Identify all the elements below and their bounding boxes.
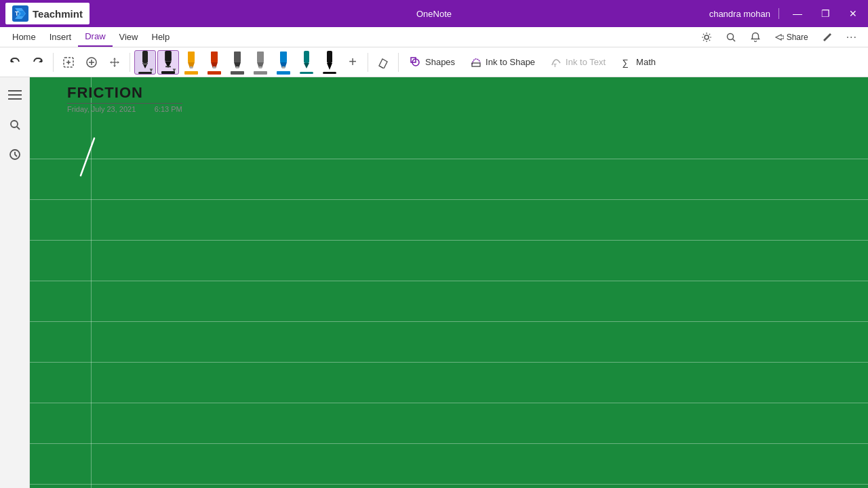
move-button[interactable] — [104, 52, 125, 73]
select-button[interactable] — [58, 52, 79, 73]
line-3 — [30, 240, 868, 241]
sidebar-search-icon-btn[interactable] — [3, 113, 27, 137]
ink-to-text-icon: T — [550, 56, 562, 68]
sep-1 — [53, 53, 54, 72]
pen-dropdown-arrow: ▼ — [149, 67, 154, 73]
svg-rect-25 — [190, 66, 193, 68]
menu-help[interactable]: Help — [145, 27, 177, 47]
menu-home[interactable]: Home — [5, 27, 43, 47]
black-pen-button[interactable]: ▼ — [134, 50, 156, 75]
settings-icon-btn[interactable] — [696, 30, 717, 45]
ink-to-shape-label: Ink to Shape — [486, 57, 535, 67]
undo-icon — [9, 56, 21, 68]
math-button[interactable]: ∑ Math — [614, 52, 663, 73]
line-1 — [30, 159, 868, 159]
orange-highlighter-button[interactable] — [180, 50, 202, 75]
blue-highlighter-icon — [277, 50, 290, 70]
blue-highlighter-button[interactable] — [273, 50, 294, 75]
add-circle-icon — [85, 56, 98, 68]
user-name: chandra mohan — [709, 9, 770, 19]
svg-text:T: T — [15, 10, 19, 17]
svg-rect-23 — [188, 52, 195, 62]
sidebar-search-icon — [9, 119, 21, 131]
orange-highlighter-icon — [185, 50, 197, 70]
page-title: FRICTION — [67, 84, 182, 102]
close-button[interactable]: ✕ — [844, 5, 863, 22]
svg-rect-37 — [282, 66, 285, 68]
sidebar-nav-icon[interactable] — [3, 83, 27, 107]
add-tool-button[interactable]: + — [342, 52, 363, 73]
calligraphy-pen-button[interactable]: ▼ — [157, 50, 179, 75]
svg-rect-29 — [234, 52, 241, 62]
minimize-button[interactable]: — — [787, 5, 808, 22]
line-7 — [30, 403, 868, 403]
gray-highlighter-icon — [254, 50, 267, 70]
draw-toolbar: ▼ ▼ — [0, 47, 868, 77]
handwriting-area — [71, 131, 111, 188]
gray-highlighter-button[interactable] — [250, 50, 271, 75]
svg-rect-34 — [259, 66, 262, 68]
sep-4 — [398, 53, 399, 72]
redo-icon — [32, 56, 44, 68]
teachmint-logo-icon: T — [12, 5, 28, 22]
svg-marker-7 — [11, 59, 14, 62]
maximize-button[interactable]: ❐ — [816, 5, 835, 22]
sep-2 — [130, 53, 130, 72]
ink-to-shape-icon — [470, 56, 482, 68]
menu-insert[interactable]: Insert — [43, 27, 79, 47]
svg-rect-26 — [211, 52, 218, 62]
title-underline — [67, 103, 182, 104]
eraser-icon — [377, 56, 389, 68]
ink-to-text-button[interactable]: T Ink to Text — [543, 52, 612, 73]
canvas-area[interactable]: FRICTION Friday, July 23, 2021 6:13 PM — [30, 77, 868, 488]
menu-view[interactable]: View — [113, 27, 145, 47]
redo-button[interactable] — [27, 52, 49, 73]
dark-highlighter-button[interactable] — [226, 50, 248, 75]
svg-rect-22 — [165, 66, 171, 67]
date-text: Friday, July 23, 2021 — [67, 105, 136, 113]
red-highlighter-button[interactable] — [203, 50, 225, 75]
menu-draw[interactable]: Draw — [78, 27, 112, 47]
svg-rect-40 — [327, 51, 332, 63]
menu-right-actions: Share ··· — [696, 29, 863, 45]
more-icon-btn[interactable]: ··· — [841, 29, 863, 45]
share-icon — [774, 33, 784, 42]
window-title: OneNote — [416, 9, 452, 19]
math-label: Math — [636, 57, 656, 67]
teal-pen-icon — [300, 51, 313, 71]
svg-marker-42 — [379, 59, 387, 68]
title-sep — [778, 8, 779, 19]
teal-pen-button[interactable] — [296, 50, 317, 75]
svg-rect-46 — [472, 63, 480, 66]
math-icon: ∑ — [620, 56, 633, 68]
ink-to-shape-button[interactable]: Ink to Shape — [463, 52, 542, 73]
dark-highlighter-icon — [231, 50, 243, 70]
app-name: Teachmint — [33, 8, 83, 20]
bell-icon — [750, 32, 761, 43]
eraser-button[interactable] — [372, 52, 394, 73]
shapes-button[interactable]: Shapes — [403, 52, 462, 73]
share-label: Share — [787, 33, 808, 42]
calligraphy-dropdown-arrow: ▼ — [172, 67, 177, 73]
notebook-lines — [30, 77, 868, 488]
edit-icon-btn[interactable] — [816, 30, 838, 45]
svg-rect-17 — [142, 51, 148, 63]
menu-bar: Home Insert Draw View Help Share ··· — [0, 27, 868, 47]
line-8 — [30, 443, 868, 444]
add-button[interactable] — [81, 52, 102, 73]
app-body: FRICTION Friday, July 23, 2021 6:13 PM — [0, 77, 868, 488]
svg-marker-8 — [39, 59, 42, 62]
notifications-icon-btn[interactable] — [745, 30, 766, 45]
black-pen2-button[interactable] — [319, 50, 340, 75]
search-icon — [726, 32, 736, 43]
svg-text:∑: ∑ — [622, 58, 628, 68]
shapes-icon — [410, 56, 422, 68]
page-date: Friday, July 23, 2021 6:13 PM — [67, 105, 182, 113]
sidebar-history-icon-btn[interactable] — [3, 142, 27, 167]
black-pen2-icon — [323, 51, 336, 71]
search-icon-btn[interactable] — [720, 30, 742, 45]
share-button[interactable]: Share — [769, 30, 814, 44]
ink-to-text-label: Ink to Text — [566, 57, 606, 67]
time-text: 6:13 PM — [155, 105, 182, 113]
undo-button[interactable] — [4, 52, 26, 73]
